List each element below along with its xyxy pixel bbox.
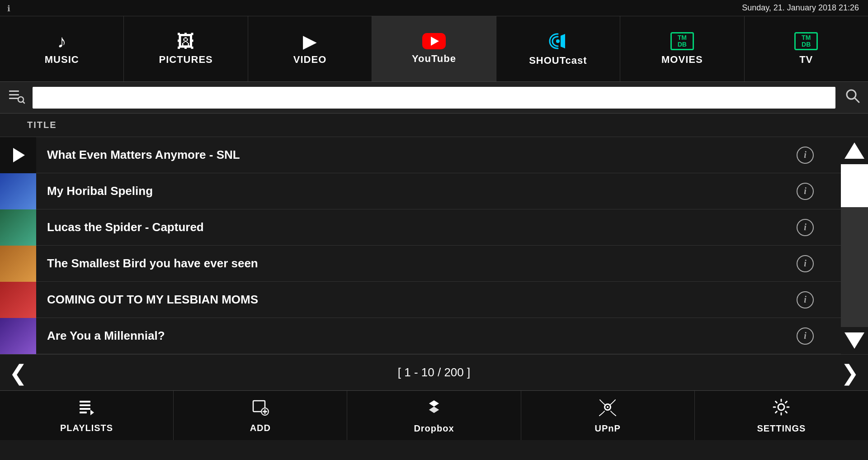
- video-thumbnail: [0, 173, 36, 209]
- bottom-tab-playlists[interactable]: PLAYLISTS: [0, 391, 174, 440]
- video-thumbnail: [0, 282, 36, 318]
- video-thumbnail: [0, 137, 36, 173]
- tab-shoutcast[interactable]: SHOUTcast: [496, 16, 620, 81]
- svg-point-22: [778, 404, 784, 410]
- table-row[interactable]: My Horibal Speling i: [0, 173, 841, 209]
- bottom-tab-dropbox[interactable]: Dropbox: [347, 391, 521, 440]
- tab-tv[interactable]: TMDB TV: [745, 16, 868, 81]
- info-button[interactable]: i: [797, 147, 814, 164]
- svg-rect-2: [9, 94, 19, 95]
- info-icon: ℹ: [7, 4, 10, 14]
- svg-line-5: [23, 101, 24, 103]
- bottom-tab-add[interactable]: ADD: [174, 391, 347, 440]
- add-icon: [251, 398, 269, 420]
- music-icon: ♪: [57, 32, 66, 50]
- svg-marker-12: [90, 410, 94, 415]
- video-thumbnail: [0, 318, 36, 354]
- search-bar: [0, 82, 868, 114]
- video-title: What Even Matters Anymore - SNL: [36, 148, 797, 162]
- settings-label: SETTINGS: [757, 423, 806, 434]
- pagination-bar: ❮ [ 1 - 10 / 200 ] ❯: [0, 354, 868, 390]
- next-page-button[interactable]: ❯: [832, 355, 868, 391]
- video-title: COMING OUT TO MY LESBIAN MOMS: [36, 293, 797, 307]
- video-thumbnail: [0, 246, 36, 282]
- arrow-down-icon: [844, 332, 864, 349]
- svg-rect-8: [80, 401, 90, 403]
- tv-icon: TMDB: [794, 32, 818, 50]
- info-button[interactable]: i: [797, 255, 814, 272]
- dropbox-label: Dropbox: [414, 423, 454, 434]
- table-row[interactable]: COMING OUT TO MY LESBIAN MOMS i: [0, 282, 841, 318]
- video-icon: ▶: [303, 32, 317, 50]
- svg-rect-10: [80, 408, 90, 410]
- search-list-icon: [7, 87, 27, 108]
- info-button[interactable]: i: [797, 183, 814, 200]
- table-row[interactable]: What Even Matters Anymore - SNL i: [0, 137, 841, 173]
- upnp-icon: [598, 398, 617, 421]
- svg-line-7: [854, 98, 859, 102]
- tab-music-label: MUSIC: [45, 54, 79, 66]
- info-button[interactable]: i: [797, 291, 814, 308]
- playlists-label: PLAYLISTS: [60, 423, 113, 433]
- table-row[interactable]: The Smallest Bird you have ever seen i: [0, 246, 841, 282]
- movies-icon: TMDB: [670, 32, 694, 50]
- video-title: Lucas the Spider - Captured: [36, 220, 797, 234]
- table-row[interactable]: Lucas the Spider - Captured i: [0, 209, 841, 246]
- svg-rect-9: [80, 404, 90, 406]
- tab-movies[interactable]: TMDB MOVIES: [620, 16, 744, 81]
- video-title: Are You a Millennial?: [36, 329, 797, 343]
- info-button[interactable]: i: [797, 327, 814, 345]
- arrow-up-icon: [844, 142, 864, 159]
- table-row[interactable]: Are You a Millennial? i: [0, 318, 841, 354]
- video-thumbnail: [0, 209, 36, 246]
- svg-rect-11: [80, 412, 87, 413]
- page-info: [ 1 - 10 / 200 ]: [36, 365, 832, 379]
- scroll-thumb[interactable]: [841, 164, 868, 207]
- svg-point-21: [607, 406, 609, 408]
- datetime: Sunday, 21. January 2018 21:26: [742, 3, 859, 13]
- pictures-icon: 🖼: [177, 32, 195, 50]
- video-list: What Even Matters Anymore - SNL i My Hor…: [0, 137, 841, 354]
- info-button[interactable]: i: [797, 219, 814, 236]
- add-label: ADD: [250, 423, 271, 433]
- video-title: The Smallest Bird you have ever seen: [36, 256, 797, 270]
- tab-shoutcast-label: SHOUTcast: [529, 55, 587, 66]
- scroll-track[interactable]: [841, 164, 868, 327]
- tab-music[interactable]: ♪ MUSIC: [0, 16, 124, 81]
- scroll-down-button[interactable]: [841, 327, 868, 354]
- dropbox-icon: [425, 398, 443, 421]
- shoutcast-icon: [548, 31, 568, 51]
- tab-video[interactable]: ▶ VIDEO: [248, 16, 372, 81]
- column-header: TITLE: [0, 114, 868, 137]
- search-input[interactable]: [33, 87, 835, 109]
- bottom-tab-upnp[interactable]: UPnP: [521, 391, 695, 440]
- video-title: My Horibal Speling: [36, 184, 797, 198]
- nav-tabs: ♪ MUSIC 🖼 PICTURES ▶ VIDEO YouTube SHOUT…: [0, 16, 868, 82]
- tab-pictures-label: PICTURES: [159, 54, 213, 66]
- scroll-up-button[interactable]: [841, 137, 868, 164]
- prev-page-button[interactable]: ❮: [0, 355, 36, 391]
- youtube-icon: [422, 33, 446, 49]
- search-go-icon[interactable]: [841, 88, 861, 108]
- scrollbar: [841, 137, 868, 354]
- svg-rect-3: [9, 98, 19, 99]
- tab-movies-label: MOVIES: [661, 54, 703, 66]
- tab-pictures[interactable]: 🖼 PICTURES: [124, 16, 248, 81]
- settings-icon: [772, 398, 791, 421]
- svg-point-0: [556, 39, 560, 43]
- play-icon: [13, 148, 25, 162]
- svg-marker-18: [429, 407, 439, 413]
- bottom-nav: PLAYLISTS ADD Dropbox: [0, 390, 868, 440]
- playlists-icon: [78, 398, 96, 420]
- tab-tv-label: TV: [799, 54, 813, 66]
- tab-youtube-label: YouTube: [412, 53, 456, 65]
- main-content: What Even Matters Anymore - SNL i My Hor…: [0, 137, 868, 354]
- upnp-label: UPnP: [595, 423, 621, 434]
- bottom-tab-settings[interactable]: SETTINGS: [695, 391, 868, 440]
- tab-youtube[interactable]: YouTube: [372, 16, 496, 81]
- tab-video-label: VIDEO: [293, 54, 326, 66]
- svg-rect-1: [9, 90, 19, 92]
